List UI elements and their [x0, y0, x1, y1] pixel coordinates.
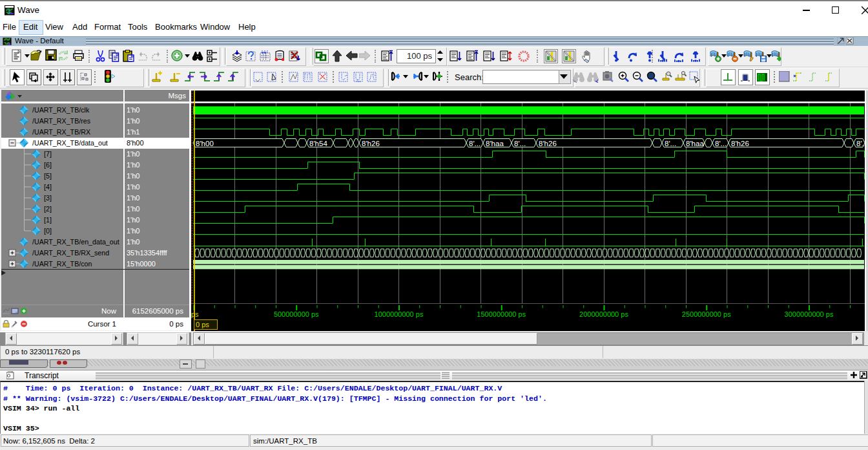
- svg-text:8'haa: 8'haa: [486, 140, 504, 147]
- svg-text:[1]: [1]: [44, 216, 52, 224]
- svg-text:0 ps: 0 ps: [196, 321, 209, 328]
- svg-text:1'h0: 1'h0: [127, 106, 140, 114]
- svg-text:/UART_RX_TB/en_data_out: /UART_RX_TB/en_data_out: [32, 238, 119, 246]
- svg-text:1'h0: 1'h0: [127, 216, 140, 224]
- svg-text:8'h54: 8'h54: [309, 140, 327, 147]
- svg-text:1000000000 ps: 1000000000 ps: [375, 310, 424, 318]
- svg-text:1'h0: 1'h0: [127, 150, 140, 158]
- svg-text:1'h0: 1'h0: [127, 238, 140, 246]
- svg-text:[4]: [4]: [44, 183, 52, 191]
- svg-text:[0]: [0]: [44, 227, 52, 235]
- svg-text:8'...: 8'...: [856, 140, 865, 147]
- svg-text:/UART_RX_TB/clk: /UART_RX_TB/clk: [32, 106, 90, 114]
- svg-text:[2]: [2]: [44, 205, 52, 213]
- svg-text:[6]: [6]: [44, 161, 52, 169]
- svg-text:1'h0: 1'h0: [127, 161, 140, 169]
- svg-text:500000000 ps: 500000000 ps: [274, 310, 319, 318]
- svg-text:/UART_RX_TB/res: /UART_RX_TB/res: [32, 117, 90, 125]
- svg-text:8'haa: 8'haa: [686, 140, 704, 147]
- svg-text:1'h0: 1'h0: [127, 117, 140, 125]
- svg-text:ps: ps: [191, 310, 199, 318]
- svg-text:8'...: 8'...: [469, 140, 480, 147]
- svg-text:8'h00: 8'h00: [196, 140, 214, 147]
- svg-text:8'...: 8'...: [665, 140, 676, 147]
- svg-text:/UART_RX_TB/con: /UART_RX_TB/con: [32, 260, 92, 268]
- svg-text:/UART_RX_TB/data_out: /UART_RX_TB/data_out: [32, 139, 108, 147]
- svg-text:1'h0: 1'h0: [127, 227, 140, 235]
- svg-text:2500000000 ps: 2500000000 ps: [682, 310, 731, 318]
- svg-text:2000000000 ps: 2000000000 ps: [579, 310, 628, 318]
- svg-text:1'h1: 1'h1: [127, 128, 140, 136]
- svg-text:8'...: 8'...: [514, 140, 526, 147]
- svg-text:15'h0000: 15'h0000: [127, 260, 156, 268]
- svg-text:35'h13354ffff: 35'h13354ffff: [127, 249, 168, 257]
- svg-text:[5]: [5]: [44, 172, 52, 180]
- svg-text:[7]: [7]: [44, 150, 52, 158]
- svg-text:8'h26: 8'h26: [539, 140, 557, 147]
- svg-text:1'h0: 1'h0: [127, 183, 140, 191]
- svg-text:1500000000 ps: 1500000000 ps: [477, 310, 526, 318]
- svg-text:3000000000 ps: 3000000000 ps: [785, 310, 834, 318]
- svg-text:1'h0: 1'h0: [127, 172, 140, 180]
- svg-text:8'h00: 8'h00: [127, 139, 144, 147]
- svg-text:/UART_RX_TB/RX_send: /UART_RX_TB/RX_send: [32, 249, 109, 257]
- svg-text:8'h26: 8'h26: [362, 140, 380, 147]
- svg-text:[3]: [3]: [44, 194, 52, 202]
- svg-text:1'h0: 1'h0: [127, 194, 140, 202]
- svg-text:1'h0: 1'h0: [127, 205, 140, 213]
- svg-text:8'h26: 8'h26: [731, 140, 749, 147]
- svg-text:8'...: 8'...: [715, 140, 727, 147]
- svg-text:/UART_RX_TB/RX: /UART_RX_TB/RX: [32, 128, 90, 136]
